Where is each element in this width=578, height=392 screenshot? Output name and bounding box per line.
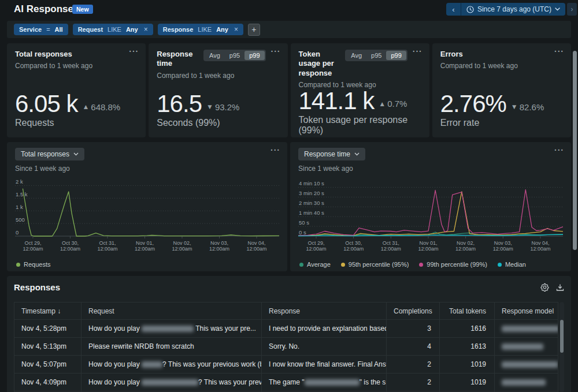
card-menu-button[interactable]: ···	[271, 47, 281, 56]
table-row[interactable]: Nov 4, 5:28pmHow do you play This was yo…	[14, 320, 558, 338]
kpi-card-title: Errors	[440, 50, 463, 59]
svg-text:Nov 01,: Nov 01,	[136, 240, 154, 246]
legend-item-95th-percentile-95[interactable]: 95th percentile (95%)	[341, 261, 409, 268]
page-title: AI Responses	[14, 3, 79, 15]
segment-p99[interactable]: p99	[244, 51, 264, 60]
kpi-delta-value: 93.2%	[215, 102, 240, 112]
filter-pill-service[interactable]: Service=All	[14, 24, 68, 35]
legend-item-99th-percentile-99[interactable]: 99th percentile (99%)	[419, 261, 487, 268]
card-menu-button[interactable]: ···	[413, 47, 423, 56]
kpi-card-response-time: Response timeAvgp95p99···Compared to 1 w…	[149, 43, 287, 137]
new-badge: New	[72, 5, 93, 14]
segment-p95[interactable]: p95	[225, 51, 244, 60]
kpi-card-subtitle: Compared to 1 week ago	[440, 62, 563, 70]
time-controls: ‹ Since 7 days ago (UTC) ›	[446, 3, 565, 16]
svg-text:500: 500	[16, 216, 25, 223]
chart-plot[interactable]: 0 s50 s1 min 40 s2 min 30 s3 min 20 s4 m…	[298, 178, 563, 253]
table-scrollbar[interactable]	[560, 302, 564, 392]
column-header-request[interactable]: Request	[81, 303, 262, 320]
filter-pill-request[interactable]: RequestLIKEAny×	[73, 24, 153, 35]
chart-plot[interactable]: 05001 k1.5 k2 kOct 29,12:00amOct 30,12:0…	[15, 178, 279, 253]
svg-text:12:00am: 12:00am	[381, 246, 401, 252]
card-menu-button[interactable]: ···	[554, 47, 564, 56]
gear-icon	[540, 283, 549, 292]
svg-text:Oct 29,: Oct 29,	[307, 240, 324, 246]
table-row[interactable]: Nov 4, 5:13pmPlease rewrite NRDB from sc…	[14, 338, 558, 356]
column-header-response[interactable]: Response	[262, 303, 387, 320]
segment-p99[interactable]: p99	[386, 51, 406, 60]
kpi-value-row: 141.1 k▲0.7%	[299, 89, 421, 113]
filter-field: Service	[19, 26, 42, 33]
download-button[interactable]	[556, 283, 564, 292]
filter-operator: =	[46, 26, 50, 33]
card-menu-button[interactable]: ···	[554, 145, 564, 155]
cell-timestamp: Nov 4, 4:09pm	[14, 374, 81, 391]
cell-completions: 2	[387, 374, 440, 391]
card-menu-button[interactable]: ···	[129, 47, 139, 56]
cell-total-tokens: 1019	[440, 356, 495, 374]
legend-item-average[interactable]: Average	[299, 261, 331, 268]
close-icon[interactable]: ×	[144, 25, 148, 33]
kpi-card-header: Total responses	[15, 50, 138, 59]
svg-text:Oct 30,: Oct 30,	[62, 240, 79, 246]
settings-gear-button[interactable]	[540, 283, 549, 292]
table-row[interactable]: Nov 4, 5:07pmHow do you play ? This was …	[14, 356, 558, 374]
time-range-picker[interactable]: ‹ Since 7 days ago (UTC)	[446, 3, 565, 16]
svg-text:1 k: 1 k	[16, 204, 23, 210]
filter-value: Any	[216, 26, 228, 33]
add-filter-button[interactable]: +	[248, 24, 260, 36]
kpi-value: 16.5	[157, 92, 202, 116]
time-forward-button[interactable]: ›	[567, 3, 577, 16]
chart-metric-dropdown[interactable]: Total responses	[15, 148, 84, 160]
segment-avg[interactable]: Avg	[205, 51, 225, 60]
svg-text:Nov 01,: Nov 01,	[419, 240, 437, 246]
column-header-total-tokens[interactable]: Total tokens	[440, 303, 495, 320]
filter-value: Any	[126, 26, 138, 33]
cell-request: Please rewrite NRDB from scratch	[81, 338, 262, 356]
svg-text:Oct 29,: Oct 29,	[24, 240, 41, 246]
table-row[interactable]: Nov 4, 4:09pmHow do you play ? This was …	[14, 374, 558, 391]
app-header: AI Responses New ‹ Since 7 days ago (UTC…	[0, 0, 578, 18]
delta-up-icon: ▲	[379, 100, 386, 108]
delta-down-icon: ▼	[206, 103, 213, 111]
cell-timestamp: Nov 4, 5:07pm	[14, 356, 81, 374]
filter-bar: Service=AllRequestLIKEAny×ResponseLIKEAn…	[7, 21, 571, 38]
redacted-text	[142, 326, 194, 332]
redacted-text	[142, 361, 162, 368]
kpi-delta: ▼93.2%	[206, 102, 239, 112]
column-header-timestamp[interactable]: Timestamp ↓	[14, 303, 81, 320]
chart-metric-dropdown[interactable]: Response time	[298, 148, 365, 160]
svg-text:12:00am: 12:00am	[247, 246, 267, 252]
svg-text:2 k: 2 k	[16, 178, 23, 185]
legend-item-requests[interactable]: Requests	[16, 261, 50, 268]
legend-label: Median	[505, 261, 526, 268]
kpi-card-errors: Errors···Compared to 1 week ago2.76%▼82.…	[432, 43, 571, 137]
kpi-unit-label: Token usage per response (99%)	[299, 115, 421, 136]
page-scrollbar[interactable]	[573, 21, 577, 392]
kpi-value-row: 2.76%▼82.6%	[440, 92, 563, 116]
legend-item-median[interactable]: Median	[498, 261, 526, 268]
time-back-button[interactable]: ‹	[446, 3, 461, 16]
cell-completions: 3	[387, 320, 440, 338]
kpi-card-subtitle: Compared to 1 week ago	[15, 62, 138, 70]
redacted-text	[502, 326, 558, 332]
svg-text:2 min 30 s: 2 min 30 s	[299, 200, 324, 206]
cell-response: Sorry. No.	[262, 338, 387, 356]
cell-total-tokens: 1613	[440, 338, 495, 356]
kpi-card-title: Response time	[157, 50, 198, 69]
column-header-completions[interactable]: Completions	[387, 303, 440, 320]
card-menu-button[interactable]: ···	[271, 145, 280, 155]
time-range-label: Since 7 days ago (UTC)	[477, 5, 551, 13]
column-header-response-model[interactable]: Response model	[495, 303, 558, 320]
time-range-dropdown[interactable]: Since 7 days ago (UTC)	[461, 3, 565, 16]
filter-operator: LIKE	[198, 26, 212, 33]
segment-avg[interactable]: Avg	[346, 51, 366, 60]
svg-text:Nov 03,: Nov 03,	[494, 240, 512, 246]
kpi-card-header: Errors	[440, 50, 563, 59]
filter-pill-response[interactable]: ResponseLIKEAny×	[158, 24, 243, 35]
svg-text:12:00am: 12:00am	[493, 246, 513, 252]
cell-response-model	[495, 374, 558, 391]
segment-p95[interactable]: p95	[366, 51, 386, 60]
close-icon[interactable]: ×	[234, 25, 238, 33]
delta-up-icon: ▲	[82, 103, 89, 111]
